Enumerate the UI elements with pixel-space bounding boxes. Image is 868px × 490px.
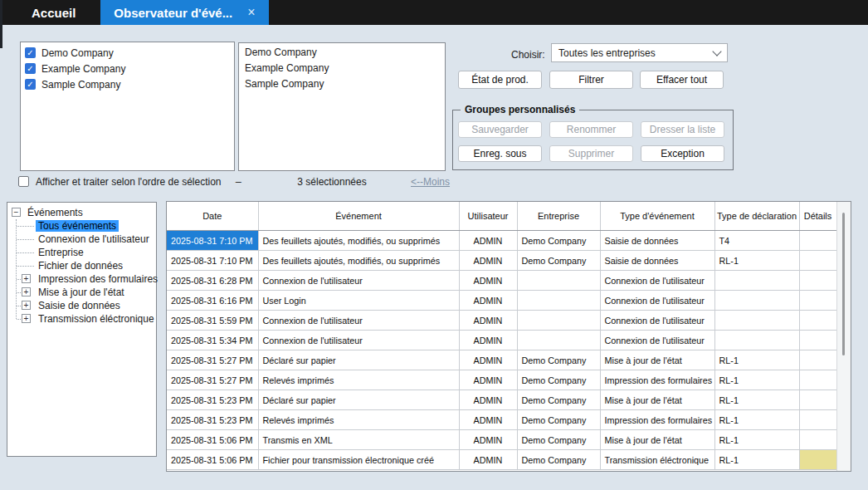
table-row[interactable]: 2025-08-31 5:27 PMDéclaré sur papierADMI… [167,350,836,370]
etat-de-prod-button[interactable]: État de prod. [458,71,542,89]
selected-company-name[interactable]: Sample Company [239,77,445,93]
cell-declaration-type [714,331,799,350]
cell-user: ADMIN [459,410,517,430]
cell-event: Des feuillets ajoutés, modifiés, ou supp… [258,231,459,251]
tree-item-impression-des-formulaires[interactable]: +Impression des formulaires [7,272,156,286]
table-row[interactable]: 2025-08-31 5:06 PMFichier pour transmiss… [167,450,836,470]
cell-company: Demo Company [517,350,600,370]
tab-accueil[interactable]: Accueil [13,0,94,25]
column-header-utilisateur[interactable]: Utilisateur [459,202,517,231]
cell-details [799,430,836,450]
tree-item-mise-a-jour-de-l-etat[interactable]: +Mise à jour de l'état [7,286,156,299]
cell-event-type: Impression des formulaires [600,410,714,430]
tree-root-evenements[interactable]: −Événements [7,206,156,219]
collapse-icon[interactable]: − [12,208,21,217]
table-row[interactable]: 2025-08-31 5:34 PMConnexion de l'utilisa… [167,331,836,350]
moins-link[interactable]: <--Moins [411,176,450,188]
filtrer-button[interactable]: Filtrer [549,71,633,89]
tree-item-saisie-de-donnees[interactable]: +Saisie de données [7,299,156,312]
cell-declaration-type: RL-1 [714,430,799,450]
cell-declaration-type: RL-1 [714,450,799,470]
selected-company-name[interactable]: Demo Company [239,46,445,61]
checkbox-checked-icon[interactable]: ✓ [25,47,36,58]
column-header-date[interactable]: Date [167,202,258,231]
checked-company-list[interactable]: ✓Demo Company✓Example Company✓Sample Com… [20,42,235,171]
cell-company [517,291,600,311]
enreg-sous-button[interactable]: Enreg. sous [458,145,542,162]
effacer-tout-button[interactable]: Effacer tout [640,71,724,89]
entreprise-dropdown[interactable]: Toutes les entreprises [551,43,728,62]
tree-item-entreprise[interactable]: Entreprise [7,246,156,259]
expand-icon[interactable]: + [22,314,31,323]
cell-date: 2025-08-31 7:10 PM [167,251,258,271]
tab-observateur[interactable]: Observateur d'évé... × [100,0,268,25]
table-row[interactable]: 2025-08-31 6:16 PMUser LoginADMINConnexi… [167,291,836,311]
cell-user: ADMIN [459,231,517,251]
company-list-item[interactable]: ✓Example Company [21,61,234,76]
table-row[interactable]: 2025-08-31 5:06 PMTransmis en XMLADMINDe… [167,430,836,450]
expand-icon[interactable]: + [22,287,31,296]
column-header-type-de-declaration[interactable]: Type de déclaration [714,202,799,231]
cell-declaration-type: RL-1 [714,390,799,410]
tab-observateur-label: Observateur d'évé... [114,6,232,20]
checkbox-checked-icon[interactable]: ✓ [25,79,36,90]
table-row[interactable]: 2025-08-31 5:23 PMRelevés imprimésADMIND… [167,410,836,430]
company-name: Sample Company [41,79,120,91]
company-list-item[interactable]: ✓Demo Company [21,45,234,61]
sauvegarder-button[interactable]: Sauvegarder [458,121,542,138]
supprimer-button[interactable]: Supprimer [549,145,633,162]
cell-declaration-type: RL-1 [714,251,799,271]
custom-groups-title: Groupes personnalisés [461,104,579,115]
tree-item-fichier-de-donnees[interactable]: Fichier de données [7,259,156,272]
renommer-button[interactable]: Renommer [549,121,633,138]
cell-details [799,291,836,311]
selected-company-name[interactable]: Example Company [239,61,445,77]
cell-event: Connexion de l'utilisateur [258,271,459,291]
cell-company [517,271,600,291]
cell-details [799,350,836,370]
table-row[interactable]: 2025-08-31 5:23 PMDéclaré sur papierADMI… [167,390,836,410]
choisir-label: Choisir: [511,49,545,61]
app-window: Accueil Observateur d'évé... × ✓Demo Com… [0,0,868,490]
table-row[interactable]: 2025-08-31 5:27 PMRelevés imprimésADMIND… [167,370,836,390]
table-vertical-scrollbar[interactable] [836,202,851,471]
column-header-type-d-evenement[interactable]: Type d'événement [600,202,714,231]
order-checkbox[interactable] [18,176,29,187]
company-list-item[interactable]: ✓Sample Company [21,76,234,92]
tree-item-label: Impression des formulaires [36,273,160,285]
tree-item-label: Fichier de données [36,260,125,272]
tab-close-icon[interactable]: × [247,6,255,19]
checkbox-checked-icon[interactable]: ✓ [25,63,36,74]
cell-details [799,390,836,410]
selected-company-list[interactable]: Demo CompanyExample CompanySample Compan… [238,42,446,171]
cell-declaration-type: RL-1 [714,410,799,430]
exception-button[interactable]: Exception [641,145,724,162]
cell-event-type: Mise à jour de l'état [600,350,714,370]
cell-user: ADMIN [459,311,517,331]
table-row[interactable]: 2025-08-31 7:10 PMDes feuillets ajoutés,… [167,251,836,271]
cell-details [799,251,836,271]
expand-icon[interactable]: + [22,301,31,310]
cell-user: ADMIN [459,271,517,291]
cell-date: 2025-08-31 6:28 PM [167,271,258,291]
table-row[interactable]: 2025-08-31 6:28 PMConnexion de l'utilisa… [167,271,836,291]
scrollbar-thumb[interactable] [842,213,845,355]
cell-user: ADMIN [459,430,517,450]
tree-item-tous-evenements[interactable]: Tous événements [7,219,156,233]
tree-item-connexion-de-l-utilisateur[interactable]: Connexion de l'utilisateur [7,233,156,246]
dresser-la-liste-button[interactable]: Dresser la liste [641,121,724,138]
cell-details [799,370,836,390]
cell-date: 2025-08-31 5:06 PM [167,430,258,450]
table-row[interactable]: 2025-08-31 5:59 PMConnexion de l'utilisa… [167,311,836,331]
table-row[interactable]: 2025-08-31 7:10 PMDes feuillets ajoutés,… [167,231,836,251]
cell-company: Demo Company [517,410,600,430]
column-header-evenement[interactable]: Événement [258,202,459,231]
cell-date: 2025-08-31 7:10 PM [167,231,258,251]
event-table-body: 2025-08-31 7:10 PMDes feuillets ajoutés,… [167,231,836,470]
expand-icon[interactable]: + [22,274,31,283]
column-header-entreprise[interactable]: Entreprise [517,202,600,231]
cell-details [799,231,836,251]
column-header-details[interactable]: Détails [799,202,836,231]
tree-item-transmission-electronique[interactable]: +Transmission éléctronique [7,312,156,326]
custom-groups-buttons: SauvegarderRenommerDresser la listeEnreg… [458,121,724,162]
